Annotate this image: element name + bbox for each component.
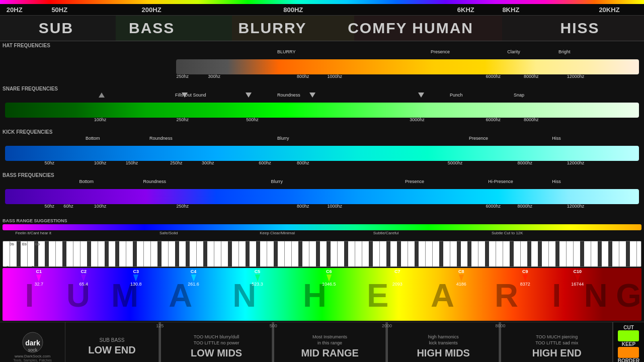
cut-block bbox=[618, 330, 639, 341]
hearing-section: I U M A N H E A R I N G C1 32.7 C2 65.4 … bbox=[3, 268, 641, 321]
note-c6: C6 1046.5 bbox=[322, 269, 336, 287]
note-c9: C9 8372 bbox=[520, 269, 530, 287]
hat-presence-label: Presence bbox=[431, 49, 450, 54]
bass-range-bar bbox=[3, 224, 641, 230]
kick-blurry-label: Blurry bbox=[277, 136, 289, 141]
snare-title: SNARE FREQUENCIES bbox=[3, 85, 641, 93]
freq-label-8khz: 8KHZ bbox=[502, 6, 519, 14]
kick-roundness-label: Roundness bbox=[149, 136, 173, 141]
darksock-url: www.DarkSock.com bbox=[15, 354, 50, 358]
range-2000: 2000 bbox=[386, 322, 388, 362]
range-125: 125 bbox=[159, 322, 161, 362]
freq-label-50hz: 50HZ bbox=[51, 6, 67, 14]
range-low-mids: TOO MUCH blurry/dullTOO LITTLE no power … bbox=[161, 322, 273, 362]
freq-label-800hz: 800HZ bbox=[283, 6, 303, 14]
svg-text:sock: sock bbox=[28, 347, 37, 352]
kick-bottom-label: Bottom bbox=[86, 136, 100, 141]
range-500: 500 bbox=[272, 322, 274, 362]
hat-clarity-label: Clarity bbox=[507, 49, 520, 54]
kick-title: KICK FREQUENCIES bbox=[3, 128, 641, 136]
range-8000: 8000 bbox=[499, 322, 501, 362]
high-mids-desc: high harmonicskick transients bbox=[428, 334, 459, 346]
bass-presence-label: Presence bbox=[405, 179, 424, 184]
bass-roundness-label: Roundness bbox=[143, 179, 166, 184]
bass-bar bbox=[5, 189, 639, 204]
note-c5: C5 523.3 bbox=[252, 269, 263, 287]
freq-label-20hz: 20HZ bbox=[7, 6, 23, 14]
note-c2: C2 65.4 bbox=[79, 269, 88, 287]
low-mids-desc: TOO MUCH blurry/dullTOO LITTLE no power bbox=[194, 334, 239, 346]
band-label-comfy: COMFY HUMAN bbox=[348, 20, 473, 37]
main-band: SUB BASS BLURRY COMFY HUMAN HISS bbox=[0, 15, 644, 41]
hat-bar bbox=[176, 59, 639, 74]
hearing-letter-i2: I bbox=[552, 279, 561, 312]
mid-range-name: MID RANGE bbox=[301, 347, 358, 359]
suggestion-subtle: Subtle/Careful bbox=[373, 231, 399, 235]
right-panel: CUT KEEP BORDER bbox=[613, 322, 644, 362]
spectrum-bar bbox=[0, 0, 644, 4]
low-end-name: LOW END bbox=[88, 344, 135, 356]
freq-label-6khz: 6KHZ bbox=[457, 6, 474, 14]
high-mids-name: HIGH MIDS bbox=[417, 347, 470, 359]
hearing-letter-e: E bbox=[367, 279, 388, 312]
keep-block bbox=[618, 347, 639, 358]
note-c7: C7 2093 bbox=[392, 269, 403, 287]
keep-label: KEEP bbox=[622, 341, 635, 347]
snare-fillsout-label: Fills Out Sound bbox=[175, 93, 206, 98]
bass-bottom-label: Bottom bbox=[79, 179, 94, 184]
bass-section: BASS FREQUENCIES Bottom Roundness Blurry… bbox=[0, 171, 644, 214]
hearing-letter-n2: N bbox=[584, 279, 608, 312]
piano-section: Db Eb Gb C D E bbox=[3, 241, 641, 267]
range-high-end: TOO MUCH piercingTOO LITTLE sad mix HIGH… bbox=[501, 322, 613, 362]
note-c1: C1 32.7 bbox=[35, 269, 44, 287]
band-label-sub: SUB bbox=[39, 20, 73, 37]
darksock-tagline: Tools, Samples, Patches bbox=[13, 358, 52, 362]
note-c3: C3 130.8 bbox=[130, 269, 142, 287]
freq-label-20khz: 20KHZ bbox=[599, 6, 619, 14]
snare-section: SNARE FREQUENCIES Fills Out Sound Roundn… bbox=[0, 84, 644, 128]
freq-label-200hz: 200HZ bbox=[142, 6, 162, 14]
hearing-letter-a2: A bbox=[431, 279, 454, 312]
hearing-letter-i1: I bbox=[25, 279, 34, 312]
note-c4: C4 261.6 bbox=[188, 269, 199, 287]
band-label-blurry: BLURRY bbox=[238, 20, 307, 37]
suggestion-safe: Safe/Solid bbox=[159, 231, 178, 235]
snare-punch-label: Punch bbox=[450, 93, 463, 98]
note-c8: C8 4186 bbox=[456, 269, 466, 287]
range-low-end: SUB BASS LOW END bbox=[65, 322, 159, 362]
band-label-bass: BASS bbox=[129, 20, 175, 37]
high-end-desc: TOO MUCH piercingTOO LITTLE sad mix bbox=[535, 334, 578, 346]
snare-snap-label: Snap bbox=[514, 93, 524, 98]
range-mid-range: Most Instrumentsin this range MID RANGE bbox=[274, 322, 386, 362]
high-end-name: HIGH END bbox=[532, 347, 582, 359]
bass-bar-container: 50hz 60hz 100hz 250hz 800hz 1000hz 6000h… bbox=[5, 189, 639, 204]
snare-bar-container: 100hz 250hz 500hz 3000hz 6000hz 8000hz bbox=[5, 103, 639, 118]
hat-blurry-label: BLURRY bbox=[277, 49, 295, 54]
bass-hiss-label: Hiss bbox=[552, 179, 561, 184]
suggestion-keep: Keep Clear/Minimal bbox=[260, 231, 295, 235]
bass-title: BASS FREQUENCIES bbox=[3, 171, 641, 179]
freq-labels-row: 20HZ 50HZ 200HZ 800HZ 6KHZ 8KHZ 20KHZ bbox=[0, 4, 644, 15]
band-label-hiss: HISS bbox=[560, 20, 600, 37]
bass-hipresence-label: Hi-Presence bbox=[488, 179, 513, 184]
kick-section: KICK FREQUENCIES Bottom Roundness Blurry… bbox=[0, 128, 644, 171]
main-wrapper: 20HZ 50HZ 200HZ 800HZ 6KHZ 8KHZ 20KHZ SU… bbox=[0, 0, 644, 362]
hat-bright-label: Bright bbox=[558, 49, 571, 54]
border-label: BORDER bbox=[618, 358, 639, 362]
suggestion-cut: Subtle Cut to 12K bbox=[492, 231, 523, 235]
note-c10: C10 16744 bbox=[571, 269, 584, 287]
bass-blurry-label: Blurry bbox=[271, 179, 283, 184]
hearing-letter-g: G bbox=[616, 279, 641, 312]
bottom-section: dark sock www.DarkSock.com Tools, Sample… bbox=[0, 322, 644, 362]
kick-bar bbox=[5, 146, 639, 161]
low-mids-name: LOW MIDS bbox=[191, 347, 242, 359]
hat-bar-container: 250hz 300hz 800hz 1000hz 6000hz 8000hz 1… bbox=[5, 59, 639, 74]
hearing-letter-r: R bbox=[495, 279, 518, 312]
bass-range-title: BASS RANGE SUGGESTIONS bbox=[3, 218, 67, 224]
kick-bar-container: 50hz 100hz 150hz 250hz 300hz 600hz 800hz… bbox=[5, 146, 639, 161]
hat-section: HAT FREQUENCIES BLURRY Presence Clarity … bbox=[0, 41, 644, 84]
snare-roundness-label: Roundness bbox=[277, 93, 300, 98]
mid-range-desc: Most Instrumentsin this range bbox=[312, 334, 347, 346]
logo-area: dark sock www.DarkSock.com Tools, Sample… bbox=[0, 322, 65, 362]
suggestion-feelin: Feelin it/Cant hear it bbox=[15, 231, 51, 235]
